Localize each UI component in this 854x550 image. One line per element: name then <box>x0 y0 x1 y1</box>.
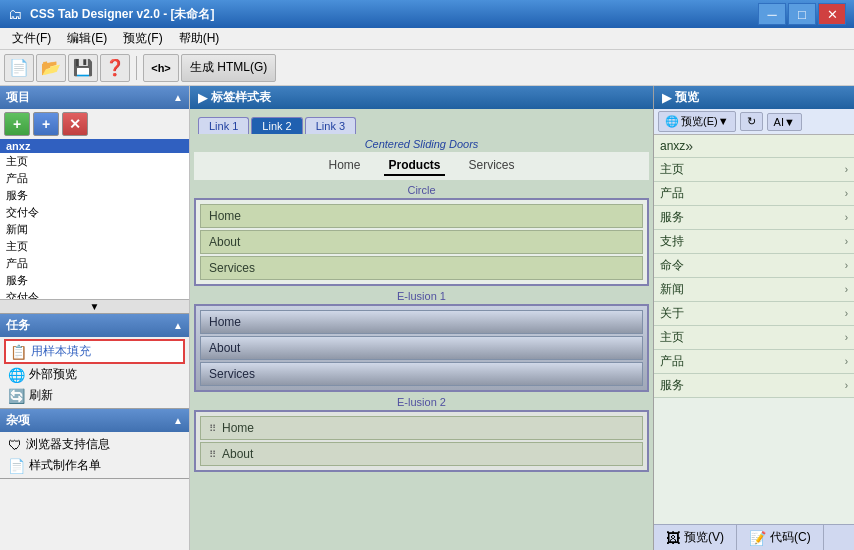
delete-button[interactable]: ✕ <box>62 112 88 136</box>
arrow-icon: › <box>845 308 848 319</box>
code-button[interactable]: <h> <box>143 54 179 82</box>
list-item[interactable]: 服务 <box>0 272 189 289</box>
menu-file[interactable]: 文件(F) <box>4 28 59 49</box>
menu-bar: 文件(F) 编辑(E) 预览(F) 帮助(H) <box>0 28 854 50</box>
list-item[interactable]: 交付令 <box>0 289 189 299</box>
code-tab-icon: 📝 <box>749 530 766 546</box>
minimize-button[interactable]: ─ <box>758 3 786 25</box>
tab-link2[interactable]: Link 2 <box>251 117 302 134</box>
preview-button[interactable]: 🌐 预览(E)▼ <box>658 111 736 132</box>
preview-item-4[interactable]: 支持 › <box>654 230 854 254</box>
preview-item-3[interactable]: 服务 › <box>654 206 854 230</box>
globe-icon: 🌐 <box>665 115 679 128</box>
arrow-icon: › <box>845 380 848 391</box>
preview-item-9[interactable]: 产品 › <box>654 350 854 374</box>
circle-menu-home[interactable]: Home <box>200 204 643 228</box>
project-header: 项目 ▲ <box>0 86 189 109</box>
add-blue-button[interactable]: + <box>33 112 59 136</box>
toolbar: 📄 📂 💾 ❓ <h> 生成 HTML(G) <box>0 50 854 86</box>
task-refresh-icon: 🔄 <box>8 388 25 404</box>
task-refresh-label: 刷新 <box>29 387 53 404</box>
bullet-icon: ⠿ <box>209 423 216 434</box>
preview-item-2[interactable]: 产品 › <box>654 182 854 206</box>
list-item[interactable]: 新闻 <box>0 221 189 238</box>
task-list: 📋 用样本填充 🌐 外部预览 🔄 刷新 <box>0 337 189 408</box>
preview-item-7[interactable]: 关于 › <box>654 302 854 326</box>
center-panel-header: ▶ 标签样式表 <box>190 86 653 109</box>
window-controls: ─ □ ✕ <box>758 3 846 25</box>
list-item[interactable]: 服务 <box>0 187 189 204</box>
task-fill-sample[interactable]: 📋 用样本填充 <box>4 339 185 364</box>
preview-tab-label: 预览(V) <box>684 529 724 546</box>
help-button[interactable]: ❓ <box>100 54 130 82</box>
list-item[interactable]: 产品 <box>0 170 189 187</box>
code-tab-label: 代码(C) <box>770 529 811 546</box>
task-section: 任务 ▲ 📋 用样本填充 🌐 外部预览 🔄 刷新 <box>0 314 189 409</box>
elusion1-menu-about[interactable]: About <box>200 336 643 360</box>
task-external-preview[interactable]: 🌐 外部预览 <box>4 364 185 385</box>
nav-tab-products[interactable]: Products <box>384 156 444 176</box>
preview-scroll-area[interactable]: anxz » 主页 › 产品 › 服务 › 支持 › 命令 › <box>654 135 854 524</box>
misc-collapse[interactable]: ▲ <box>173 415 183 426</box>
center-panel-title: 标签样式表 <box>211 89 271 106</box>
new-button[interactable]: 📄 <box>4 54 34 82</box>
elusion2-menu-home[interactable]: ⠿ Home <box>200 416 643 440</box>
right-panel: ▶ 预览 🌐 预览(E)▼ ↻ AI▼ anxz » 主页 › <box>654 86 854 550</box>
refresh-button[interactable]: ↻ <box>740 112 763 131</box>
menu-preview[interactable]: 预览(F) <box>115 28 170 49</box>
circle-menu-about[interactable]: About <box>200 230 643 254</box>
misc-browser-support[interactable]: 🛡 浏览器支持信息 <box>4 434 185 455</box>
center-scroll-area[interactable]: Link 1 Link 2 Link 3 Centered Sliding Do… <box>190 109 653 550</box>
misc-header: 杂项 ▲ <box>0 409 189 432</box>
elusion2-label: E-lusion 2 <box>194 396 649 408</box>
project-list: anxz 主页 产品 服务 交付令 新闻 主页 产品 服务 交付令 新闻 主页 <box>0 139 189 299</box>
menu-help[interactable]: 帮助(H) <box>171 28 228 49</box>
elusion1-menu: Home About Services <box>200 310 643 386</box>
ai-label: AI▼ <box>774 116 795 128</box>
project-scroll-down[interactable]: ▼ <box>0 299 189 313</box>
close-button[interactable]: ✕ <box>818 3 846 25</box>
list-item[interactable]: 主页 <box>0 153 189 170</box>
doc-icon: 📄 <box>8 458 25 474</box>
menu-edit[interactable]: 编辑(E) <box>59 28 115 49</box>
preview-item-6[interactable]: 新闻 › <box>654 278 854 302</box>
project-section: 项目 ▲ + + ✕ anxz 主页 产品 服务 交付令 新闻 主页 产品 服务… <box>0 86 189 314</box>
right-panel-title: 预览 <box>675 89 699 106</box>
tab-preview[interactable]: 🖼 预览(V) <box>654 525 737 550</box>
save-button[interactable]: 💾 <box>68 54 98 82</box>
misc-style-list[interactable]: 📄 样式制作名单 <box>4 455 185 476</box>
tab-link3[interactable]: Link 3 <box>305 117 356 134</box>
circle-menu-services[interactable]: Services <box>200 256 643 280</box>
maximize-button[interactable]: □ <box>788 3 816 25</box>
task-globe-icon: 🌐 <box>8 367 25 383</box>
task-title: 任务 <box>6 317 30 334</box>
elusion1-menu-home[interactable]: Home <box>200 310 643 334</box>
task-collapse[interactable]: ▲ <box>173 320 183 331</box>
preview-item-5[interactable]: 命令 › <box>654 254 854 278</box>
list-item[interactable]: 主页 <box>0 238 189 255</box>
elusion2-menu-about[interactable]: ⠿ About <box>200 442 643 466</box>
list-item[interactable]: anxz <box>0 139 189 153</box>
open-button[interactable]: 📂 <box>36 54 66 82</box>
elusion1-menu-services[interactable]: Services <box>200 362 643 386</box>
tab-code[interactable]: 📝 代码(C) <box>737 525 824 550</box>
nav-tab-home[interactable]: Home <box>324 156 364 176</box>
generate-html-label: 生成 HTML(G) <box>190 59 267 76</box>
preview-item-1[interactable]: 主页 › <box>654 158 854 182</box>
preview-item-anxz[interactable]: anxz » <box>654 135 854 158</box>
project-collapse[interactable]: ▲ <box>173 92 183 103</box>
nav-tab-services[interactable]: Services <box>465 156 519 176</box>
preview-item-8[interactable]: 主页 › <box>654 326 854 350</box>
task-refresh[interactable]: 🔄 刷新 <box>4 385 185 406</box>
tab-link1[interactable]: Link 1 <box>198 117 249 134</box>
misc-title: 杂项 <box>6 412 30 429</box>
add-green-button[interactable]: + <box>4 112 30 136</box>
ai-button[interactable]: AI▼ <box>767 113 802 131</box>
preview-item-10[interactable]: 服务 › <box>654 374 854 398</box>
elusion2-block: ⠿ Home ⠿ About <box>194 410 649 472</box>
generate-html-button[interactable]: 生成 HTML(G) <box>181 54 276 82</box>
misc-browser-label: 浏览器支持信息 <box>26 436 110 453</box>
list-item[interactable]: 交付令 <box>0 204 189 221</box>
list-item[interactable]: 产品 <box>0 255 189 272</box>
arrow-icon: › <box>845 260 848 271</box>
